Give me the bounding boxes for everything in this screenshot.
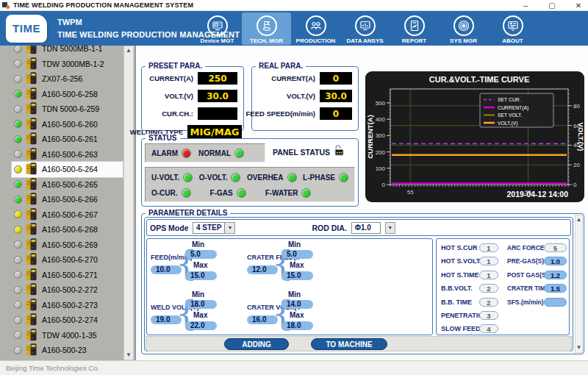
param-value-b-b-time[interactable]: 2: [479, 298, 498, 307]
param-value-slow-feed[interactable]: 4: [479, 324, 498, 333]
param-value-post-gas-s[interactable]: 1.2: [544, 271, 567, 279]
welder-machine-icon: [26, 177, 37, 192]
welder-machine-icon: [26, 132, 37, 146]
device-item-a160-500-6-268[interactable]: A160-500-6-268: [12, 222, 123, 238]
device-status-led-icon: [14, 105, 22, 113]
param-value-pre-gas-s[interactable]: 1.0: [544, 257, 567, 265]
adding-button[interactable]: ADDING: [224, 338, 289, 350]
min-value-pill[interactable]: 5.0: [185, 250, 217, 259]
device-item-a160-500-6-258[interactable]: A160-500-6-258: [12, 87, 123, 102]
device-label: A160-500-6-267: [42, 210, 98, 219]
min-value-pill[interactable]: 18.0: [185, 300, 217, 309]
device-item-a160-500-2-274[interactable]: A160-500-2-274: [12, 312, 123, 328]
normal-label: NORMAL: [198, 149, 231, 157]
device-item-a160-500-6-271[interactable]: A160-500-6-271: [12, 268, 123, 283]
window-titlebar: TIME WELDING PRODUCTION MANAGEMENT SYSTE…: [0, 0, 588, 11]
param-label: VOLT.(V): [165, 92, 193, 100]
welder-machine-icon: [26, 238, 37, 252]
param-value-display: [198, 107, 237, 120]
device-item-a160-500-6-267[interactable]: A160-500-6-267: [12, 207, 123, 223]
sidebar-scrollbar[interactable]: ▲ ▼: [123, 46, 134, 360]
device-item-a160-500-6-266[interactable]: A160-500-6-266: [12, 192, 123, 207]
ops-mode-value[interactable]: 4 STEP: [193, 222, 225, 234]
svg-text:500: 500: [376, 100, 386, 107]
param-value-hot-s-time[interactable]: 1: [479, 271, 498, 279]
device-item-a160-500-6-263[interactable]: A160-500-6-263: [12, 147, 123, 162]
device-item-a160-500-6-265[interactable]: A160-500-6-265: [12, 177, 123, 193]
current-value-pill[interactable]: 16.0: [247, 315, 278, 324]
nav-label: Device MGT: [193, 38, 242, 44]
device-item-a160-500-6-270[interactable]: A160-500-6-270: [12, 252, 123, 268]
min-value-pill[interactable]: 5.0: [282, 250, 313, 259]
nav-item-about[interactable]: ABOUT: [488, 12, 537, 45]
device-item-a160-500-6-269[interactable]: A160-500-6-269: [12, 238, 123, 253]
device-item-a160-500-2-272[interactable]: A160-500-2-272: [12, 282, 123, 298]
device-item-a160-500-23[interactable]: A160-500-23: [12, 343, 123, 358]
indicator-f-water: F-WATER: [265, 188, 312, 198]
max-value-pill[interactable]: 15.0: [185, 271, 217, 280]
rod-dia-value[interactable]: Φ1.0: [351, 222, 381, 234]
svg-text:20: 20: [573, 162, 580, 168]
scroll-down-icon[interactable]: ▼: [576, 343, 582, 352]
nav-item-tech-mgr[interactable]: TECH. MGR: [242, 12, 291, 45]
svg-text:CUR.&VOLT.-TIME CURVE: CUR.&VOLT.-TIME CURVE: [429, 75, 530, 84]
param-value-display: 250: [198, 72, 237, 85]
main-nav: Device MGTTECH. MGRPRODUCTIONDATA ANSYSR…: [193, 12, 537, 45]
scroll-down-icon[interactable]: ▼: [126, 351, 132, 360]
dropdown-arrow-icon[interactable]: ▼: [385, 222, 395, 234]
min-value-pill[interactable]: 14.0: [282, 300, 313, 309]
nav-item-sys-mgr[interactable]: SYS MGR: [439, 12, 488, 45]
nav-label: DATA ANSYS: [340, 38, 390, 44]
scroll-up-icon[interactable]: ▲: [126, 46, 132, 55]
device-item-tdw-4000-1-35[interactable]: TDW 4000-1-35: [12, 328, 123, 343]
svg-text:100: 100: [376, 165, 386, 172]
device-item-tdn-5000mb-1-1[interactable]: TDN 5000MB-1-1: [12, 46, 123, 57]
dropdown-arrow-icon[interactable]: ▼: [225, 222, 235, 234]
nav-item-data-ansys[interactable]: DATA ANSYS: [340, 12, 390, 45]
ops-mode-dropdown[interactable]: 4 STEP ▼: [193, 222, 235, 234]
param-value-crater-time-s[interactable]: 1.5: [544, 284, 567, 293]
param-value-hot-s-cur[interactable]: 1: [479, 243, 498, 252]
window-controls: –▢✕: [520, 0, 584, 11]
param-value-arc-force[interactable]: 5: [544, 243, 567, 252]
nav-label: ABOUT: [488, 38, 537, 44]
mode-bar: OPS Mode 4 STEP ▼ ROD DIA. Φ1.0 ▼: [146, 219, 571, 236]
welding-type-value: MIG/MAG: [187, 125, 242, 139]
device-item-a160-500-6-260[interactable]: A160-500-6-260: [12, 117, 123, 132]
welder-machine-icon: [26, 268, 37, 282]
current-value-pill[interactable]: 12.0: [247, 265, 278, 274]
device-item-tdw-3000mb-1-2[interactable]: TDW 3000MB-1-2: [12, 57, 123, 72]
indicator-led-icon: [231, 173, 240, 182]
svg-text:0: 0: [573, 182, 577, 188]
param-value-sfs-m-min[interactable]: [544, 298, 567, 307]
param-value-hot-s-volt[interactable]: 1: [479, 257, 498, 265]
close-button[interactable]: ✕: [573, 1, 584, 10]
device-item-tdn-5000-6-259[interactable]: TDN 5000-6-259: [12, 101, 123, 117]
welder-machine-icon: [26, 101, 37, 116]
rod-dia-dropdown[interactable]: Φ1.0 ▼: [351, 222, 395, 234]
param-value-b-b-volt[interactable]: 2: [479, 284, 498, 293]
max-value-pill[interactable]: 15.0: [282, 271, 313, 280]
param-value-penetration[interactable]: 3: [479, 311, 498, 320]
to-machine-button[interactable]: TO MACHINE: [311, 338, 387, 350]
sliders-panel: Min5.0FEED(m/min){10.0Max15.0Min5.0CRATE…: [146, 238, 433, 335]
nav-item-device-mgt[interactable]: Device MGT: [193, 12, 242, 45]
device-item-a160-500-2-273[interactable]: A160-500-2-273: [12, 298, 123, 313]
minimize-button[interactable]: –: [520, 1, 531, 10]
max-value-pill[interactable]: 22.0: [185, 321, 217, 330]
scroll-up-icon[interactable]: ▲: [576, 215, 582, 224]
max-value-pill[interactable]: 18.0: [282, 321, 313, 330]
real-para-panel: REAL PARA. CURRENT(A)0VOLT.(V)30.0FEED S…: [251, 66, 359, 131]
device-label: TDW 3000MB-1-2: [42, 60, 104, 68]
details-scrollbar[interactable]: ▲ ▼: [575, 215, 583, 353]
current-value-pill[interactable]: 19.0: [151, 315, 182, 324]
device-item-a160-500-6-261[interactable]: A160-500-6-261: [12, 132, 123, 147]
device-item-zx07-6-256[interactable]: ZX07-6-256: [12, 71, 123, 87]
device-item-a160-500-6-264[interactable]: A160-500-6-264: [12, 162, 123, 177]
nav-item-production[interactable]: PRODUCTION: [291, 12, 340, 45]
data-ansys-icon: [355, 15, 376, 36]
device-label: A160-500-6-271: [42, 271, 98, 279]
current-value-pill[interactable]: 10.0: [151, 265, 182, 274]
nav-item-report[interactable]: REPORT: [390, 12, 439, 45]
maximize-button[interactable]: ▢: [547, 1, 557, 10]
